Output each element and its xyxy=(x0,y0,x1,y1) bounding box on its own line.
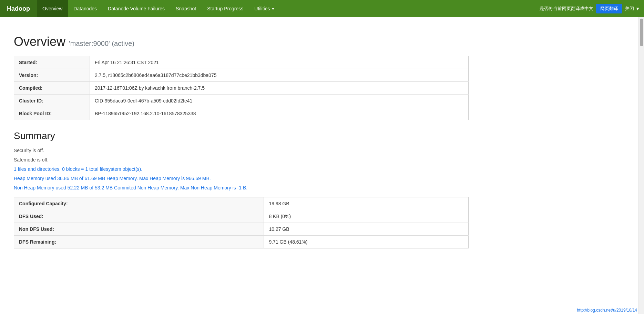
translate-bar: 是否将当前网页翻译成中文 网页翻译 关闭 ▼ xyxy=(535,4,644,13)
chevron-down-icon: ▼ xyxy=(635,6,640,11)
main-content: Overview 'master:9000' (active) Started:… xyxy=(0,17,482,262)
row-label: DFS Used: xyxy=(14,210,264,223)
row-label: Non DFS Used: xyxy=(14,223,264,236)
nav-item-datanode-volume-failures[interactable]: Datanode Volume Failures xyxy=(102,0,170,17)
row-label: Started: xyxy=(14,56,90,69)
summary-texts: Security is off.Safemode is off.1 files … xyxy=(14,147,469,192)
chevron-down-icon: ▼ xyxy=(271,7,275,11)
row-value: Fri Apr 16 21:26:31 CST 2021 xyxy=(90,56,469,69)
row-label: Compiled: xyxy=(14,82,90,95)
nav-item-utilities[interactable]: Utilities▼ xyxy=(249,0,280,17)
summary-line: Security is off. xyxy=(14,147,469,154)
page-subtitle: 'master:9000' (active) xyxy=(69,40,134,47)
row-label: Version: xyxy=(14,69,90,82)
row-label: Configured Capacity: xyxy=(14,197,264,210)
translate-close-button[interactable]: 关闭 ▼ xyxy=(625,6,640,12)
summary-line: Non Heap Memory used 52.22 MB of 53.2 MB… xyxy=(14,184,469,192)
table-row: Block Pool ID:BP-1189651952-192.168.2.10… xyxy=(14,107,469,120)
translate-prompt: 是否将当前网页翻译成中文 xyxy=(540,6,593,12)
summary-line: Safemode is off. xyxy=(14,156,469,164)
nav-items: OverviewDatanodesDatanode Volume Failure… xyxy=(37,0,535,17)
nav-item-startup-progress[interactable]: Startup Progress xyxy=(202,0,249,17)
row-value: 10.27 GB xyxy=(264,223,469,236)
row-value: 2.7.5, r18065c2b6806ed4aa6a3187d77cbe21b… xyxy=(90,69,469,82)
summary-title: Summary xyxy=(14,130,469,141)
translate-button[interactable]: 网页翻译 xyxy=(596,4,622,13)
status-table: Configured Capacity:19.98 GBDFS Used:8 K… xyxy=(14,197,469,248)
row-label: Block Pool ID: xyxy=(14,107,90,120)
table-row: DFS Used:8 KB (0%) xyxy=(14,210,469,223)
page-title: Overview 'master:9000' (active) xyxy=(14,35,469,49)
table-row: Configured Capacity:19.98 GB xyxy=(14,197,469,210)
nav-item-overview[interactable]: Overview xyxy=(37,0,68,17)
row-label: DFS Remaining: xyxy=(14,236,264,248)
table-row: Version:2.7.5, r18065c2b6806ed4aa6a3187d… xyxy=(14,69,469,82)
nav-item-snapshot[interactable]: Snapshot xyxy=(170,0,202,17)
row-value: 2017-12-16T01:06Z by kshvachk from branc… xyxy=(90,82,469,95)
row-value: 9.71 GB (48.61%) xyxy=(264,236,469,248)
info-table: Started:Fri Apr 16 21:26:31 CST 2021Vers… xyxy=(14,56,469,120)
nav-item-datanodes[interactable]: Datanodes xyxy=(68,0,102,17)
row-label: Cluster ID: xyxy=(14,95,90,107)
table-row: Cluster ID:CID-955daca9-0edf-467b-a509-c… xyxy=(14,95,469,107)
scrollbar-thumb[interactable] xyxy=(640,19,643,46)
brand-logo: Hadoop xyxy=(0,0,37,17)
summary-line: 1 files and directories, 0 blocks = 1 to… xyxy=(14,166,469,173)
table-row: Started:Fri Apr 16 21:26:31 CST 2021 xyxy=(14,56,469,69)
scrollbar[interactable] xyxy=(638,17,644,262)
row-value: CID-955daca9-0edf-467b-a509-cdd02fd2fe41 xyxy=(90,95,469,107)
table-row: DFS Remaining:9.71 GB (48.61%) xyxy=(14,236,469,248)
row-value: 19.98 GB xyxy=(264,197,469,210)
table-row: Compiled:2017-12-16T01:06Z by kshvachk f… xyxy=(14,82,469,95)
table-row: Non DFS Used:10.27 GB xyxy=(14,223,469,236)
summary-line: Heap Memory used 36.86 MB of 61.69 MB He… xyxy=(14,175,469,182)
row-value: 8 KB (0%) xyxy=(264,210,469,223)
row-value: BP-1189651952-192.168.2.10-1618578325338 xyxy=(90,107,469,120)
navbar: Hadoop OverviewDatanodesDatanode Volume … xyxy=(0,0,644,17)
